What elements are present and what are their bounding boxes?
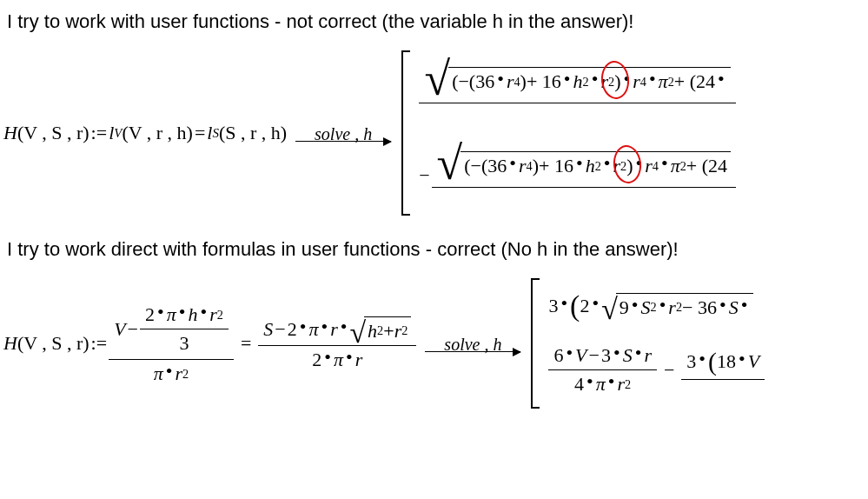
solution-2b: 6 • V − 3 • S • r 4 • — [548, 343, 765, 397]
eq-sym-2: = — [234, 332, 258, 355]
func-H2-args: (V , S , r) — [17, 332, 89, 355]
func-H2-name: H — [3, 332, 17, 355]
fraction-right: S − 2 • π • r • √ h2 + r2 2 — [258, 315, 416, 373]
func-H-name: H — [3, 122, 17, 144]
lv-args: (V , r , h) — [122, 122, 192, 144]
ls-args: (S , r , h) — [219, 122, 287, 144]
eq-sym: = — [193, 122, 207, 144]
fraction-left: V − 2 • π • h • r2 3 — [109, 300, 234, 387]
equation-1: H (V , S , r) := l V (V , r , h) = l S (… — [3, 50, 868, 216]
solution-2a: 3 • ( 2 • √ 9 • S2 • r2 − 36 — [548, 289, 765, 323]
lv-sub: V — [114, 126, 122, 141]
equation-2: H (V , S , r) := V − 2 • π • h • r2 — [3, 278, 868, 409]
solve-arrow-2: solve , h — [425, 335, 520, 352]
solve-arrow-1: solve , h — [295, 124, 391, 142]
func-H-args: (V , S , r) — [17, 122, 89, 144]
result-bracket-1: √ (−(36 • r4 ) + 16 • h2 • r2 — [400, 50, 743, 216]
caption-2: I try to work direct with formulas in us… — [7, 238, 868, 261]
ls-sub: S — [212, 126, 218, 141]
caption-1: I try to work with user functions - not … — [7, 10, 868, 33]
result-bracket-2: 3 • ( 2 • √ 9 • S2 • r2 − 36 — [529, 278, 772, 409]
assign-op: := — [89, 122, 109, 144]
solution-1a: √ (−(36 • r4 ) + 16 • h2 • r2 — [419, 65, 736, 116]
solution-1b: − √ (−(36 • r4 ) + 16 — [419, 150, 736, 201]
assign-op-2: := — [89, 332, 109, 355]
